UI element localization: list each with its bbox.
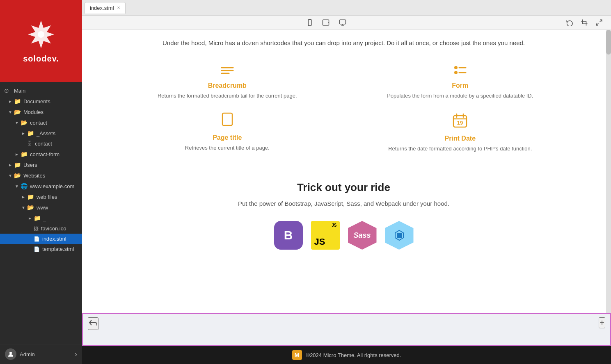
scrollbar-track[interactable] — [606, 30, 611, 313]
sidebar-item-web-files[interactable]: ► 📁 web files — [0, 191, 82, 202]
sidebar-item-www-example[interactable]: ▼ 🌐 www.example.com — [0, 181, 82, 191]
svg-rect-6 — [339, 20, 346, 24]
preview-scroll[interactable]: Under the hood, Micro has a dozen shortc… — [82, 30, 611, 313]
logo-text: solodev. — [23, 54, 59, 64]
form-icon — [356, 64, 565, 79]
crop-icon — [581, 19, 588, 26]
sidebar-item-websites[interactable]: ▼ 📂 Websites — [0, 170, 82, 181]
folder-icon: 📁 — [21, 151, 27, 157]
toolbar-right-actions — [564, 18, 604, 27]
tab-close-button[interactable]: × — [117, 5, 120, 10]
refresh-button[interactable] — [564, 18, 575, 27]
arrow-icon: ► — [15, 152, 19, 157]
footer-user[interactable]: Admin — [5, 348, 35, 360]
webpack-icon — [393, 229, 406, 242]
svg-text:19: 19 — [457, 120, 463, 126]
sidebar-item-underscore[interactable]: ► 📁 _ — [0, 213, 82, 223]
bottom-panel: + — [82, 313, 611, 346]
sidebar-item-www[interactable]: ▼ 📂 www — [0, 202, 82, 213]
javascript-badge: JS JS — [311, 221, 340, 250]
sidebar-footer: Admin › — [0, 344, 82, 364]
arrow-icon: ▼ — [8, 110, 12, 114]
sidebar-item-documents[interactable]: ► 📁 Documents — [0, 96, 82, 107]
sidebar-item-contact-form[interactable]: ► 📁 contact-form — [0, 149, 82, 159]
sidebar: solodev. ⊙ Main ► 📁 Documents ▼ 📂 Module… — [0, 0, 82, 364]
mobile-icon — [306, 19, 314, 26]
arrow-icon: ► — [8, 163, 12, 167]
desktop-icon — [338, 19, 347, 26]
mobile-view-button[interactable] — [304, 18, 315, 27]
trick-desc: Put the power of Bootstrap, JavaScript, … — [115, 199, 572, 209]
arrow-icon: ► — [8, 99, 12, 104]
preview-content: Under the hood, Micro has a dozen shortc… — [82, 30, 605, 313]
intro-text: Under the hood, Micro has a dozen shortc… — [115, 38, 572, 48]
sidebar-item-contact[interactable]: ▼ 📂 contact — [0, 117, 82, 128]
shortcodes-grid: Breadcrumb Returns the formatted breadcr… — [90, 60, 597, 169]
intro-section: Under the hood, Micro has a dozen shortc… — [90, 30, 597, 60]
footer-bar: M ©2024 Micro Theme. All rights reserved… — [82, 346, 611, 364]
main-area: index.stml × — [82, 0, 611, 364]
svg-rect-4 — [323, 20, 329, 25]
sidebar-item-users[interactable]: ► 📁 Users — [0, 159, 82, 170]
db-file-icon: 🗄 — [27, 141, 32, 147]
page-file-icon: 📄 — [34, 236, 40, 242]
svg-rect-9 — [583, 21, 586, 24]
footer-arrow[interactable]: › — [75, 350, 77, 359]
sidebar-item-favicon[interactable]: 🖼 favicon.ico — [0, 223, 82, 234]
trick-section: Trick out your ride Put the power of Boo… — [90, 169, 597, 258]
page-title-desc: Retrieves the current title of a page. — [123, 144, 332, 152]
crop-button[interactable] — [579, 18, 590, 27]
desktop-view-button[interactable] — [336, 18, 349, 27]
page-title-title: Page title — [123, 134, 332, 141]
folder-open-icon: 📂 — [27, 204, 34, 211]
arrow-icon: ▼ — [15, 184, 19, 189]
folder-icon: 📁 — [14, 162, 21, 168]
avatar — [5, 348, 16, 360]
folder-open-icon: 📂 — [21, 119, 27, 126]
solodev-logo-icon — [25, 19, 57, 52]
webpack-badge — [385, 221, 414, 250]
preview-area: Under the hood, Micro has a dozen shortc… — [82, 30, 611, 364]
arrow-icon: ▼ — [15, 121, 19, 125]
print-date-icon: 19 — [356, 112, 565, 132]
footer-text: ©2024 Micro Theme. All rights reserved. — [306, 352, 401, 358]
folder-icon: 📁 — [34, 215, 41, 221]
footer-badge: M — [292, 350, 302, 360]
svg-point-17 — [454, 71, 458, 74]
preview-toolbar — [82, 16, 611, 30]
sidebar-item-contact-file[interactable]: 🗄 contact — [0, 139, 82, 149]
arrow-icon: ▼ — [21, 205, 25, 210]
arrow-icon: ▼ — [8, 173, 12, 178]
sidebar-item-index-stml[interactable]: 📄 index.stml — [0, 234, 82, 244]
back-icon — [89, 318, 98, 327]
tablet-icon — [322, 19, 330, 26]
add-label: + — [600, 318, 604, 327]
add-button[interactable]: + — [599, 317, 605, 328]
shortcode-breadcrumb: Breadcrumb Returns the formatted breadcr… — [123, 64, 332, 100]
tab-index-stml[interactable]: index.stml × — [85, 2, 126, 14]
tablet-view-button[interactable] — [320, 18, 332, 27]
sidebar-item-modules[interactable]: ▼ 📂 Modules — [0, 107, 82, 117]
logo: solodev. — [0, 0, 82, 82]
scrollbar-thumb[interactable] — [606, 30, 611, 55]
expand-icon — [595, 19, 603, 26]
shortcode-print-date: 19 Print Date Returns the date formatted… — [356, 112, 565, 153]
form-desc: Populates the form from a module by a sp… — [356, 92, 565, 100]
sidebar-item-template-stml[interactable]: 📄 template.stml — [0, 244, 82, 254]
tech-icons-group: B JS JS Sass — [115, 221, 572, 250]
shortcode-page-title: Page title Retrieves the current title o… — [123, 112, 332, 153]
back-button[interactable] — [88, 317, 98, 330]
breadcrumb-icon — [123, 64, 332, 79]
arrow-icon: ► — [21, 131, 25, 136]
sidebar-item-assets[interactable]: ► 📁 _Assets — [0, 128, 82, 139]
bootstrap-badge: B — [274, 221, 303, 250]
sidebar-item-main[interactable]: ⊙ Main — [0, 85, 82, 96]
svg-rect-25 — [397, 233, 402, 238]
svg-line-10 — [600, 20, 602, 22]
page-title-icon — [123, 112, 332, 131]
image-file-icon: 🖼 — [34, 226, 39, 232]
expand-button[interactable] — [594, 18, 604, 27]
tab-bar: index.stml × — [82, 0, 611, 16]
sidebar-tree: ⊙ Main ► 📁 Documents ▼ 📂 Modules ▼ 📂 con… — [0, 82, 82, 344]
tab-label: index.stml — [90, 5, 114, 11]
